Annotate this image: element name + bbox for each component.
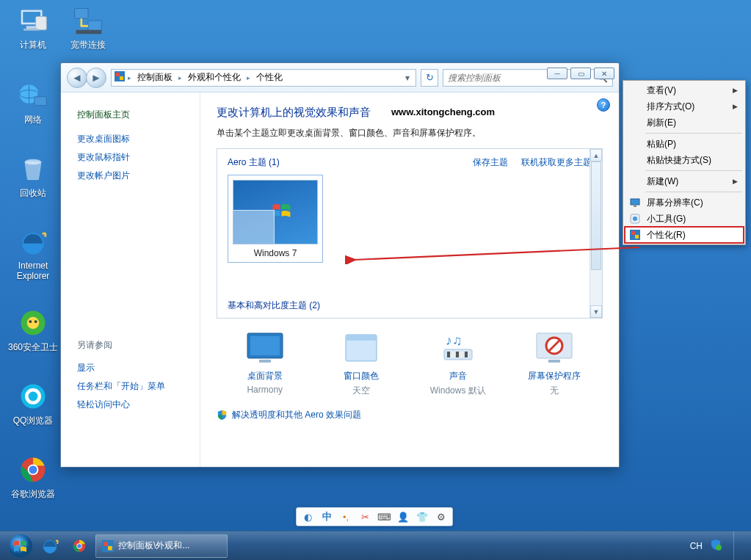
sidebar: 控制面板主页 更改桌面图标 更改鼠标指针 更改帐户图片 另请参阅 显示 任务栏和… bbox=[61, 92, 200, 467]
task-title: 控制面板\外观和... bbox=[118, 539, 189, 552]
theme-scrollbar[interactable]: ▲ ▼ bbox=[589, 149, 602, 318]
aero-troubleshoot-link[interactable]: 解决透明度和其他 Aero 效果问题 bbox=[217, 409, 603, 421]
svg-point-46 bbox=[633, 217, 637, 221]
desktop-bg-icon bbox=[244, 332, 286, 364]
svg-point-22 bbox=[29, 466, 37, 474]
ctx-gadgets[interactable]: 小工具(G) bbox=[625, 211, 744, 227]
nav-forward-button[interactable]: ► bbox=[86, 68, 106, 88]
ime-keyboard-icon[interactable]: ⌨ bbox=[377, 510, 391, 523]
content-pane: ? 更改计算机上的视觉效果和声音 www.xitongcheng.com 单击某… bbox=[200, 92, 619, 467]
svg-rect-24 bbox=[116, 73, 120, 76]
sidebar-home[interactable]: 控制面板主页 bbox=[77, 109, 189, 121]
svg-rect-35 bbox=[456, 352, 459, 357]
breadcrumb-2[interactable]: 外观和个性化 bbox=[185, 71, 244, 84]
scroll-thumb[interactable] bbox=[591, 161, 601, 270]
desktop-icon-ie[interactable]: Internet Explorer bbox=[7, 226, 59, 281]
address-bar[interactable]: ▸ 控制面板 ▸ 外观和个性化 ▸ 个性化 ▾ bbox=[111, 69, 416, 87]
desktop-icon-computer[interactable]: 计算机 bbox=[7, 4, 59, 51]
setting-desktop-bg[interactable]: 桌面背景 Harmony bbox=[221, 332, 309, 397]
window-controls: ─ ▭ ✕ bbox=[547, 68, 614, 79]
chrome-icon bbox=[17, 454, 49, 486]
get-more-themes-link[interactable]: 联机获取更多主题 bbox=[521, 156, 592, 169]
theme-preview bbox=[233, 180, 318, 244]
setting-title: 声音 bbox=[414, 370, 502, 382]
ime-punct[interactable]: •, bbox=[339, 510, 352, 523]
shield-icon bbox=[217, 410, 228, 421]
start-button[interactable] bbox=[6, 531, 35, 561]
ime-lang[interactable]: 中 bbox=[320, 510, 333, 523]
label: 网络 bbox=[7, 114, 59, 126]
theme-windows7[interactable]: Windows 7 bbox=[228, 175, 323, 263]
setting-screensaver[interactable]: 屏幕保护程序 无 bbox=[510, 332, 598, 397]
svg-point-15 bbox=[29, 320, 32, 323]
seealso-taskbar[interactable]: 任务栏和「开始」菜单 bbox=[77, 377, 189, 396]
ime-person-icon[interactable]: 👤 bbox=[396, 510, 410, 523]
ctx-personalize[interactable]: 个性化(R) bbox=[625, 227, 744, 243]
desktop-icon-recycle[interactable]: 回收站 bbox=[7, 153, 59, 200]
scroll-down[interactable]: ▼ bbox=[590, 305, 602, 318]
nav-back-button[interactable]: ◄ bbox=[67, 68, 87, 88]
taskbar-chrome[interactable] bbox=[65, 534, 94, 558]
ime-skin-icon[interactable]: 👕 bbox=[416, 510, 429, 523]
ctx-paste[interactable]: 粘贴(P) bbox=[625, 136, 744, 152]
ctx-sort[interactable]: 排序方式(O)▶ bbox=[625, 98, 744, 114]
sidebar-link-mouse-pointer[interactable]: 更改鼠标指针 bbox=[77, 148, 189, 167]
watermark: www.xitongcheng.com bbox=[391, 106, 495, 117]
label: QQ浏览器 bbox=[7, 415, 59, 427]
maximize-button[interactable]: ▭ bbox=[570, 68, 591, 79]
hc-section-label: 基本和高对比度主题 (2) bbox=[228, 299, 320, 312]
sidebar-link-desktop-icons[interactable]: 更改桌面图标 bbox=[77, 130, 189, 148]
breadcrumb-3[interactable]: 个性化 bbox=[253, 71, 286, 84]
svg-rect-2 bbox=[36, 17, 47, 30]
svg-text:♪♫: ♪♫ bbox=[446, 333, 462, 348]
save-theme-link[interactable]: 保存主题 bbox=[473, 156, 508, 169]
breadcrumb-1[interactable]: 控制面板 bbox=[134, 71, 175, 84]
svg-rect-41 bbox=[548, 360, 560, 363]
taskbar-task-controlpanel[interactable]: 控制面板\外观和... bbox=[95, 534, 228, 558]
svg-rect-3 bbox=[26, 26, 36, 29]
aero-section-label: Aero 主题 (1) bbox=[228, 156, 280, 169]
desktop-icon-network[interactable]: 网络 bbox=[7, 79, 59, 126]
seealso-display[interactable]: 显示 bbox=[77, 359, 189, 377]
taskbar-ie[interactable] bbox=[35, 534, 65, 558]
qqbrowser-icon bbox=[17, 380, 49, 412]
seealso-ease[interactable]: 轻松访问中心 bbox=[77, 396, 189, 414]
ime-user-icon[interactable]: ◐ bbox=[301, 510, 314, 523]
setting-sound[interactable]: ♪♫ 声音 Windows 默认 bbox=[414, 332, 502, 397]
ctx-resolution[interactable]: 屏幕分辨率(C) bbox=[625, 194, 744, 211]
desktop-icon-broadband[interactable]: 宽带连接 bbox=[62, 4, 114, 51]
tray-shield-icon[interactable] bbox=[710, 539, 722, 553]
address-dropdown[interactable]: ▾ bbox=[402, 73, 413, 83]
refresh-button[interactable]: ↻ bbox=[421, 69, 438, 87]
help-button[interactable]: ? bbox=[597, 98, 610, 112]
svg-point-16 bbox=[35, 320, 37, 323]
setting-window-color[interactable]: 窗口颜色 天空 bbox=[317, 332, 405, 397]
ime-scissors-icon[interactable]: ✂ bbox=[358, 510, 371, 523]
svg-rect-36 bbox=[460, 352, 463, 357]
ctx-view[interactable]: 查看(V)▶ bbox=[625, 82, 744, 98]
desktop-icon-qqbrowser[interactable]: QQ浏览器 bbox=[7, 380, 59, 427]
desktop-icon-360[interactable]: 360安全卫士 bbox=[7, 307, 59, 354]
show-desktop-button[interactable] bbox=[733, 531, 741, 561]
sidebar-link-account-pic[interactable]: 更改帐户图片 bbox=[77, 167, 189, 185]
ctx-refresh[interactable]: 刷新(E) bbox=[625, 114, 744, 131]
close-button[interactable]: ✕ bbox=[594, 68, 614, 79]
desktop-icon-chrome[interactable]: 谷歌浏览器 bbox=[7, 454, 59, 501]
ctx-new[interactable]: 新建(W)▶ bbox=[625, 173, 744, 189]
ctx-paste-shortcut[interactable]: 粘贴快捷方式(S) bbox=[625, 152, 744, 168]
lang-indicator[interactable]: CH bbox=[690, 541, 703, 551]
setting-value: 天空 bbox=[317, 385, 405, 397]
ime-toolbar[interactable]: ◐ 中 •, ✂ ⌨ 👤 👕 ⚙ bbox=[296, 507, 453, 526]
toolbar: ◄ ► ▸ 控制面板 ▸ 外观和个性化 ▸ 个性化 ▾ ↻ 🔍 bbox=[61, 63, 619, 92]
theme-listbox: Aero 主题 (1) 保存主题 联机获取更多主题 Windows 7 基本和高… bbox=[217, 148, 603, 319]
computer-icon bbox=[17, 4, 49, 37]
minimize-button[interactable]: ─ bbox=[547, 68, 567, 79]
setting-value: 无 bbox=[510, 385, 598, 397]
ie-icon bbox=[17, 226, 49, 258]
svg-rect-34 bbox=[451, 352, 454, 357]
aero-troubleshoot-text: 解决透明度和其他 Aero 效果问题 bbox=[232, 409, 361, 421]
svg-rect-5 bbox=[75, 9, 88, 19]
scroll-up[interactable]: ▲ bbox=[590, 149, 602, 161]
ime-settings-icon[interactable]: ⚙ bbox=[435, 510, 448, 523]
svg-rect-28 bbox=[259, 360, 271, 363]
